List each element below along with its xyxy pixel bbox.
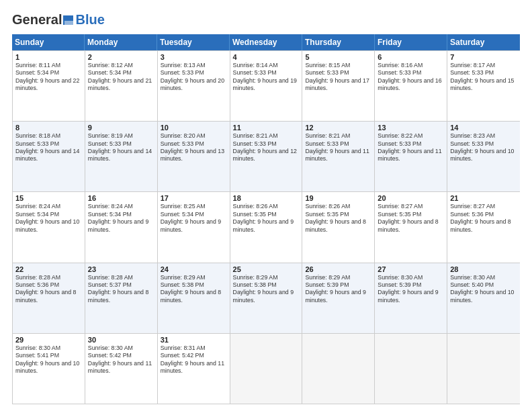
day-number: 29 xyxy=(15,336,82,344)
cell-info: Sunrise: 8:24 AM Sunset: 5:34 PM Dayligh… xyxy=(15,203,82,234)
day-number: 2 xyxy=(88,53,154,61)
day-number: 5 xyxy=(305,53,371,61)
cell-info: Sunrise: 8:30 AM Sunset: 5:42 PM Dayligh… xyxy=(88,345,154,375)
calendar-cell: 29Sunrise: 8:30 AM Sunset: 5:41 PM Dayli… xyxy=(13,334,85,404)
day-number: 18 xyxy=(233,194,300,202)
day-number: 17 xyxy=(161,194,227,202)
day-number: 20 xyxy=(378,194,444,202)
day-number: 10 xyxy=(161,124,227,132)
cell-info: Sunrise: 8:29 AM Sunset: 5:39 PM Dayligh… xyxy=(305,274,371,305)
day-number: 9 xyxy=(88,124,154,132)
svg-marker-1 xyxy=(64,21,73,25)
calendar-cell: 12Sunrise: 8:21 AM Sunset: 5:33 PM Dayli… xyxy=(302,122,375,191)
cell-info: Sunrise: 8:30 AM Sunset: 5:39 PM Dayligh… xyxy=(378,274,444,305)
calendar-cell: 13Sunrise: 8:22 AM Sunset: 5:33 PM Dayli… xyxy=(375,122,447,191)
day-number: 13 xyxy=(378,124,444,132)
cell-info: Sunrise: 8:30 AM Sunset: 5:41 PM Dayligh… xyxy=(15,345,82,375)
day-number: 30 xyxy=(88,336,154,344)
calendar-cell: 5Sunrise: 8:15 AM Sunset: 5:33 PM Daylig… xyxy=(302,51,375,121)
calendar-cell xyxy=(230,334,303,404)
day-number: 23 xyxy=(88,265,154,273)
calendar-cell: 3Sunrise: 8:13 AM Sunset: 5:33 PM Daylig… xyxy=(158,51,230,121)
day-number: 21 xyxy=(450,194,517,202)
calendar-cell: 21Sunrise: 8:27 AM Sunset: 5:36 PM Dayli… xyxy=(447,192,520,262)
day-number: 8 xyxy=(15,124,82,132)
calendar-cell: 31Sunrise: 8:31 AM Sunset: 5:42 PM Dayli… xyxy=(158,334,230,404)
cell-info: Sunrise: 8:27 AM Sunset: 5:35 PM Dayligh… xyxy=(378,203,444,234)
calendar-row: 22Sunrise: 8:28 AM Sunset: 5:36 PM Dayli… xyxy=(13,263,520,333)
day-number: 14 xyxy=(450,124,517,132)
cell-info: Sunrise: 8:21 AM Sunset: 5:33 PM Dayligh… xyxy=(305,132,371,163)
day-number: 16 xyxy=(88,194,154,202)
calendar-cell: 20Sunrise: 8:27 AM Sunset: 5:35 PM Dayli… xyxy=(375,192,447,262)
calendar-body: 1Sunrise: 8:11 AM Sunset: 5:34 PM Daylig… xyxy=(12,50,520,404)
day-number: 11 xyxy=(233,124,300,132)
day-number: 6 xyxy=(378,53,444,61)
calendar-cell xyxy=(447,334,520,404)
calendar-cell: 22Sunrise: 8:28 AM Sunset: 5:36 PM Dayli… xyxy=(13,263,85,333)
calendar-cell: 6Sunrise: 8:16 AM Sunset: 5:33 PM Daylig… xyxy=(375,51,447,121)
calendar: SundayMondayTuesdayWednesdayThursdayFrid… xyxy=(12,34,520,404)
cell-info: Sunrise: 8:28 AM Sunset: 5:37 PM Dayligh… xyxy=(88,274,154,305)
calendar-header: SundayMondayTuesdayWednesdayThursdayFrid… xyxy=(12,34,520,50)
calendar-cell: 17Sunrise: 8:25 AM Sunset: 5:34 PM Dayli… xyxy=(158,192,230,262)
calendar-cell: 1Sunrise: 8:11 AM Sunset: 5:34 PM Daylig… xyxy=(13,51,85,121)
calendar-cell: 28Sunrise: 8:30 AM Sunset: 5:40 PM Dayli… xyxy=(447,263,520,333)
cell-info: Sunrise: 8:13 AM Sunset: 5:33 PM Dayligh… xyxy=(161,62,227,93)
calendar-cell: 16Sunrise: 8:24 AM Sunset: 5:34 PM Dayli… xyxy=(85,192,158,262)
day-number: 31 xyxy=(161,336,227,344)
calendar-cell: 2Sunrise: 8:12 AM Sunset: 5:34 PM Daylig… xyxy=(85,51,158,121)
cell-info: Sunrise: 8:22 AM Sunset: 5:33 PM Dayligh… xyxy=(378,132,444,163)
header-day: Wednesday xyxy=(230,34,302,50)
day-number: 22 xyxy=(15,265,82,273)
day-number: 7 xyxy=(450,53,517,61)
cell-info: Sunrise: 8:29 AM Sunset: 5:38 PM Dayligh… xyxy=(233,274,300,305)
cell-info: Sunrise: 8:25 AM Sunset: 5:34 PM Dayligh… xyxy=(161,203,227,234)
calendar-cell: 27Sunrise: 8:30 AM Sunset: 5:39 PM Dayli… xyxy=(375,263,447,333)
calendar-cell xyxy=(302,334,375,404)
cell-info: Sunrise: 8:15 AM Sunset: 5:33 PM Dayligh… xyxy=(305,62,371,93)
day-number: 15 xyxy=(15,194,82,202)
logo-blue: Blue xyxy=(75,12,104,28)
day-number: 1 xyxy=(15,53,82,61)
calendar-cell: 23Sunrise: 8:28 AM Sunset: 5:37 PM Dayli… xyxy=(85,263,158,333)
calendar-cell: 24Sunrise: 8:29 AM Sunset: 5:38 PM Dayli… xyxy=(158,263,230,333)
svg-marker-0 xyxy=(64,15,73,21)
cell-info: Sunrise: 8:30 AM Sunset: 5:40 PM Dayligh… xyxy=(450,274,517,305)
header-day: Sunday xyxy=(12,34,85,50)
logo-flag-icon xyxy=(62,14,75,26)
cell-info: Sunrise: 8:17 AM Sunset: 5:33 PM Dayligh… xyxy=(450,62,517,93)
day-number: 12 xyxy=(305,124,371,132)
cell-info: Sunrise: 8:20 AM Sunset: 5:33 PM Dayligh… xyxy=(161,132,227,163)
cell-info: Sunrise: 8:11 AM Sunset: 5:34 PM Dayligh… xyxy=(15,62,82,93)
header-day: Saturday xyxy=(447,34,520,50)
cell-info: Sunrise: 8:27 AM Sunset: 5:36 PM Dayligh… xyxy=(450,203,517,234)
cell-info: Sunrise: 8:18 AM Sunset: 5:33 PM Dayligh… xyxy=(15,132,82,163)
logo: General Blue xyxy=(12,12,105,28)
calendar-cell: 8Sunrise: 8:18 AM Sunset: 5:33 PM Daylig… xyxy=(13,122,85,191)
calendar-cell: 10Sunrise: 8:20 AM Sunset: 5:33 PM Dayli… xyxy=(158,122,230,191)
day-number: 24 xyxy=(161,265,227,273)
cell-info: Sunrise: 8:24 AM Sunset: 5:34 PM Dayligh… xyxy=(88,203,154,234)
calendar-cell xyxy=(375,334,447,404)
calendar-cell: 4Sunrise: 8:14 AM Sunset: 5:33 PM Daylig… xyxy=(230,51,303,121)
cell-info: Sunrise: 8:31 AM Sunset: 5:42 PM Dayligh… xyxy=(161,345,227,375)
cell-info: Sunrise: 8:26 AM Sunset: 5:35 PM Dayligh… xyxy=(233,203,300,234)
calendar-cell: 18Sunrise: 8:26 AM Sunset: 5:35 PM Dayli… xyxy=(230,192,303,262)
header-day: Thursday xyxy=(302,34,375,50)
calendar-row: 29Sunrise: 8:30 AM Sunset: 5:41 PM Dayli… xyxy=(13,333,520,404)
calendar-cell: 7Sunrise: 8:17 AM Sunset: 5:33 PM Daylig… xyxy=(447,51,520,121)
day-number: 3 xyxy=(161,53,227,61)
page: General Blue SundayMondayTuesdayWednesda… xyxy=(0,0,532,411)
cell-info: Sunrise: 8:14 AM Sunset: 5:33 PM Dayligh… xyxy=(233,62,300,93)
cell-info: Sunrise: 8:29 AM Sunset: 5:38 PM Dayligh… xyxy=(161,274,227,305)
calendar-cell: 14Sunrise: 8:23 AM Sunset: 5:33 PM Dayli… xyxy=(447,122,520,191)
calendar-row: 8Sunrise: 8:18 AM Sunset: 5:33 PM Daylig… xyxy=(13,121,520,191)
cell-info: Sunrise: 8:26 AM Sunset: 5:35 PM Dayligh… xyxy=(305,203,371,234)
calendar-cell: 11Sunrise: 8:21 AM Sunset: 5:33 PM Dayli… xyxy=(230,122,303,191)
logo-text: General Blue xyxy=(12,12,105,28)
cell-info: Sunrise: 8:23 AM Sunset: 5:33 PM Dayligh… xyxy=(450,132,517,163)
cell-info: Sunrise: 8:21 AM Sunset: 5:33 PM Dayligh… xyxy=(233,132,300,163)
calendar-cell: 19Sunrise: 8:26 AM Sunset: 5:35 PM Dayli… xyxy=(302,192,375,262)
calendar-row: 15Sunrise: 8:24 AM Sunset: 5:34 PM Dayli… xyxy=(13,191,520,262)
